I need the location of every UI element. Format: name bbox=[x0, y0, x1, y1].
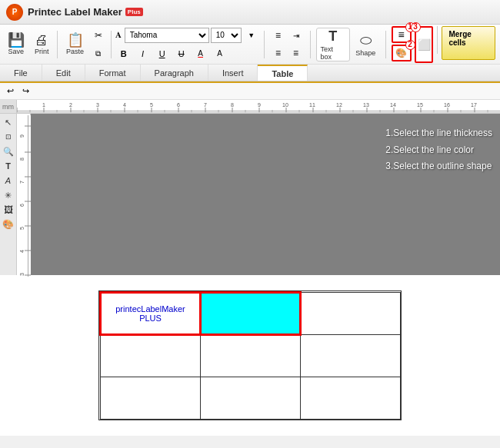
tab-insert[interactable]: Insert bbox=[208, 65, 258, 81]
label-table-wrapper: printecLabelMaker PLUS bbox=[98, 290, 402, 420]
font-name-select[interactable]: Tahoma bbox=[125, 28, 209, 43]
table-cell-2-1[interactable] bbox=[101, 335, 201, 377]
separator6 bbox=[437, 26, 438, 54]
shape-button[interactable]: ⬭ Shape bbox=[352, 28, 380, 61]
shape-icon: ⬭ bbox=[360, 32, 372, 48]
horizontal-ruler: 1 2 3 4 5 6 7 8 9 10 11 bbox=[17, 100, 500, 113]
tab-edit[interactable]: Edit bbox=[42, 65, 85, 81]
zoom-fit-button[interactable]: ⊡ bbox=[2, 130, 15, 144]
font-size-down-button[interactable]: ▼ bbox=[243, 27, 260, 44]
v-ruler-svg: 9 8 7 6 5 4 3 bbox=[17, 115, 31, 277]
table-cell-1-3[interactable] bbox=[301, 293, 401, 335]
table-cell-2-2[interactable] bbox=[201, 335, 301, 377]
separator2 bbox=[111, 31, 112, 58]
cut-button[interactable]: ✂ bbox=[90, 27, 107, 44]
ribbon-tabs: File Edit Format Paragraph Insert Table bbox=[0, 65, 500, 81]
font-size-select[interactable]: 10 bbox=[211, 28, 242, 43]
outline-shape-button[interactable]: ⬜ 3 bbox=[415, 26, 434, 63]
font-color-button[interactable]: A bbox=[192, 45, 209, 62]
instruction-3: 3.Select the outline shape bbox=[385, 158, 492, 175]
insert-area: T Text box ⬭ Shape bbox=[315, 26, 382, 63]
svg-text:8: 8 bbox=[231, 102, 234, 108]
undo-button[interactable]: ↩ bbox=[3, 85, 17, 98]
svg-text:16: 16 bbox=[444, 102, 450, 108]
cell-text-line1: printecLabelMaker bbox=[102, 304, 199, 314]
font-controls: 𝐀 Tahoma 10 ▼ B I U U A A bbox=[115, 27, 260, 62]
tab-table[interactable]: Table bbox=[258, 65, 308, 81]
paste-icon: 📋 bbox=[67, 33, 84, 47]
svg-text:14: 14 bbox=[390, 102, 396, 108]
line-color-button[interactable]: 🎨 2 bbox=[392, 45, 412, 61]
svg-text:11: 11 bbox=[309, 102, 315, 108]
strikethrough-button[interactable]: U bbox=[173, 45, 190, 62]
zoom-in-button[interactable]: 🔍 bbox=[2, 144, 15, 158]
tab-format[interactable]: Format bbox=[85, 65, 141, 81]
tab-file[interactable]: File bbox=[0, 65, 42, 81]
textbox-button[interactable]: T Text box bbox=[316, 28, 350, 61]
title-bar: P Printec Label Maker Plus bbox=[0, 0, 500, 25]
svg-rect-56 bbox=[28, 115, 28, 277]
main-canvas[interactable]: 1.Select the line thickness 2.Select the… bbox=[31, 114, 500, 275]
save-label: Save bbox=[8, 48, 24, 55]
indent-button[interactable]: ⇥ bbox=[288, 27, 305, 44]
undo-icon: ↩ bbox=[7, 86, 14, 96]
svg-text:5: 5 bbox=[19, 227, 25, 230]
svg-text:13: 13 bbox=[363, 102, 369, 108]
table-cell-3-1[interactable] bbox=[101, 377, 201, 420]
svg-text:12: 12 bbox=[336, 102, 342, 108]
merge-cells-button[interactable]: Merge cells bbox=[442, 26, 495, 60]
table-row-1: printecLabelMaker PLUS bbox=[101, 293, 401, 335]
save-button[interactable]: 💾 Save bbox=[3, 28, 28, 61]
select-tool-button[interactable]: ↖ bbox=[2, 115, 15, 129]
app-logo: P bbox=[6, 4, 23, 21]
color-tool-button[interactable]: 🎨 bbox=[2, 217, 15, 231]
text-tool-button[interactable]: T bbox=[2, 159, 15, 173]
table-cell-1-1[interactable]: printecLabelMaker PLUS bbox=[101, 293, 201, 335]
svg-text:3: 3 bbox=[96, 102, 99, 108]
svg-text:6: 6 bbox=[177, 102, 180, 108]
canvas-area: ↖ ⊡ 🔍 T A ✳ 🖼 🎨 9 8 7 6 5 4 bbox=[0, 114, 500, 275]
italic-button[interactable]: I bbox=[135, 45, 152, 62]
number-badge-3: 3 bbox=[411, 22, 421, 32]
label-area: printecLabelMaker PLUS bbox=[0, 275, 500, 436]
copy-button[interactable]: ⧉ bbox=[90, 45, 107, 62]
left-toolbar: ↖ ⊡ 🔍 T A ✳ 🖼 🎨 bbox=[0, 114, 17, 275]
table-cell-3-2[interactable] bbox=[201, 377, 301, 420]
font-tool-button[interactable]: A bbox=[2, 174, 15, 187]
redo-button[interactable]: ↪ bbox=[18, 85, 32, 98]
font-icon: 𝐀 bbox=[115, 30, 122, 40]
svg-text:7: 7 bbox=[204, 102, 207, 108]
svg-text:10: 10 bbox=[282, 102, 288, 108]
align-center-button[interactable]: ≡ bbox=[270, 45, 287, 61]
print-label: Print bbox=[35, 48, 49, 55]
align-right-button[interactable]: ≡ bbox=[288, 45, 305, 61]
tab-paragraph[interactable]: Paragraph bbox=[141, 65, 208, 81]
align-left-button[interactable]: ≡ bbox=[270, 27, 287, 44]
image-tool-button[interactable]: 🖼 bbox=[2, 203, 15, 217]
bold-button[interactable]: B bbox=[115, 45, 132, 62]
print-button[interactable]: 🖨 Print bbox=[30, 28, 53, 61]
shape-label: Shape bbox=[355, 49, 375, 57]
merge-cells-label: Merge cells bbox=[448, 30, 471, 47]
highlight-button[interactable]: A bbox=[212, 45, 228, 62]
svg-text:15: 15 bbox=[417, 102, 423, 108]
paste-button[interactable]: 📋 Paste bbox=[62, 28, 88, 61]
ruler-svg: 1 2 3 4 5 6 7 8 9 10 11 bbox=[17, 100, 500, 113]
underline-button[interactable]: U bbox=[154, 45, 171, 62]
svg-text:3: 3 bbox=[19, 273, 25, 276]
table-cell-2-3[interactable] bbox=[301, 335, 401, 377]
cut-icon: ✂ bbox=[95, 30, 102, 41]
ruler-corner: mm bbox=[0, 100, 17, 113]
ribbon: 💾 Save 🖨 Print 📋 Paste ✂ ⧉ 𝐀 bbox=[0, 25, 500, 83]
label-table: printecLabelMaker PLUS bbox=[99, 291, 401, 420]
ruler-row: mm 1 2 3 4 5 6 7 bbox=[0, 100, 500, 114]
redo-icon: ↪ bbox=[22, 86, 29, 96]
sub-toolbar: ↩ ↪ bbox=[0, 83, 500, 100]
save-icon: 💾 bbox=[8, 33, 25, 47]
vertical-ruler: 9 8 7 6 5 4 3 bbox=[17, 114, 31, 275]
svg-text:9: 9 bbox=[19, 134, 25, 138]
table-cell-1-2[interactable] bbox=[201, 293, 301, 335]
shape-tool-button[interactable]: ✳ bbox=[2, 188, 15, 202]
table-cell-3-3[interactable] bbox=[301, 377, 401, 420]
separator1 bbox=[57, 31, 58, 58]
